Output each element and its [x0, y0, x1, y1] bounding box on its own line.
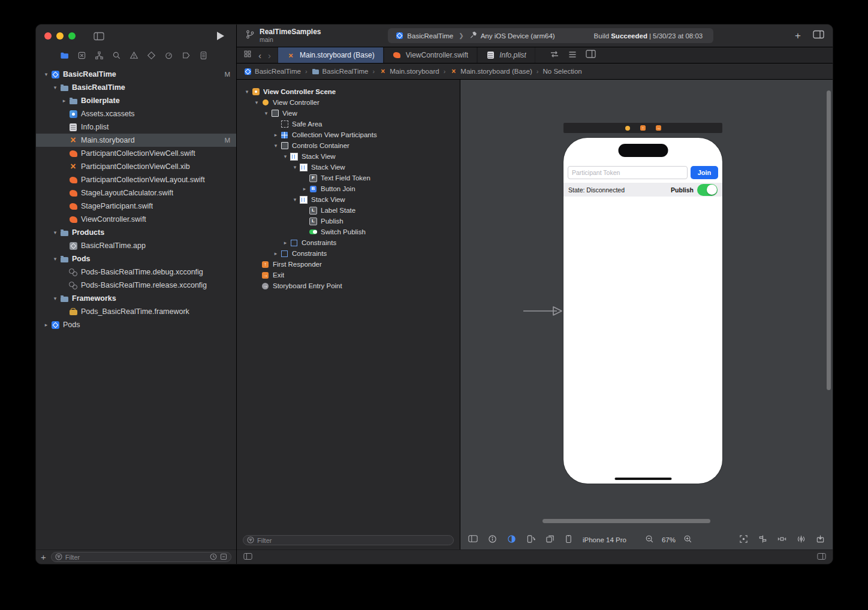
breadcrumb-item[interactable]: BasicRealTime — [244, 68, 301, 76]
disclosure-closed-icon[interactable]: ▸ — [272, 132, 280, 138]
forward-icon[interactable]: › — [268, 51, 271, 60]
zoom-in-icon[interactable] — [683, 534, 692, 546]
outline-item[interactable]: ▾View Controller — [237, 97, 460, 108]
outline-item[interactable]: ▸Constraints — [237, 248, 460, 259]
outline-filter-input[interactable] — [257, 537, 450, 544]
navigator-file-item[interactable]: ▸Boilerplate — [36, 94, 236, 107]
outline-item[interactable]: FText Field Token — [237, 173, 460, 183]
storyboard-canvas[interactable]: ↑→ Join State: Disconnected Publish — [460, 80, 833, 549]
navigator-file-item[interactable]: ParticipantCollectionViewLayout.swift — [36, 173, 236, 186]
outline-item[interactable]: ▸Constraints — [237, 237, 460, 248]
minimap-icon[interactable] — [568, 50, 577, 61]
outline-item[interactable]: Switch Publish — [237, 227, 460, 237]
orientation-icon[interactable] — [526, 534, 535, 546]
embed-icon[interactable] — [816, 534, 825, 546]
disclosure-closed-icon[interactable]: ▸ — [272, 250, 280, 256]
outline-item[interactable]: ▾Stack View — [237, 194, 460, 205]
participant-token-field[interactable] — [568, 166, 688, 179]
navigator-file-item[interactable]: Pods-BasicRealTime.release.xcconfig — [36, 279, 236, 292]
navigator-file-item[interactable]: ▾BasicRealTimeM — [36, 68, 236, 81]
navigator-file-item[interactable]: ▾BasicRealTime — [36, 81, 236, 94]
close-button[interactable] — [44, 32, 52, 40]
outline-item[interactable]: ▾Controls Container — [237, 140, 460, 151]
outline-item[interactable]: ▾Stack View — [237, 162, 460, 173]
editor-tab[interactable]: ViewController.swift — [384, 47, 477, 63]
disclosure-open-icon[interactable]: ▾ — [51, 229, 59, 235]
source-control-navigator-icon[interactable] — [77, 51, 86, 60]
toggle-outline-icon[interactable] — [468, 534, 478, 545]
vertical-scrollbar[interactable] — [827, 90, 831, 390]
issues-navigator-icon[interactable] — [129, 51, 138, 60]
disclosure-open-icon[interactable]: ▾ — [262, 110, 270, 116]
outline-item[interactable]: ↑First Responder — [237, 259, 460, 270]
navigator-file-item[interactable]: Pods_BasicRealTime.framework — [36, 305, 236, 318]
navigator-filter-input[interactable] — [65, 554, 207, 561]
zoom-button[interactable] — [68, 32, 76, 40]
outline-item[interactable]: Safe Area — [237, 119, 460, 129]
editor-tab[interactable]: ×Main.storyboard (Base) — [278, 47, 384, 63]
outline-item[interactable]: ▸BButton Join — [237, 183, 460, 194]
back-icon[interactable]: ‹ — [258, 51, 261, 60]
navigator-filter-field[interactable] — [51, 552, 231, 562]
disclosure-open-icon[interactable]: ▾ — [272, 143, 280, 149]
resolve-autolayout-icon[interactable] — [797, 534, 806, 546]
disclosure-open-icon[interactable]: ▾ — [51, 256, 59, 262]
find-navigator-icon[interactable] — [112, 51, 121, 60]
appearance-toggle-icon[interactable] — [507, 534, 516, 546]
debug-navigator-icon[interactable] — [164, 51, 173, 60]
outline-item[interactable]: ▾Stack View — [237, 151, 460, 162]
related-items-icon[interactable] — [243, 50, 252, 61]
navigator-file-item[interactable]: Pods-BasicRealTime.debug.xcconfig — [36, 265, 236, 279]
run-button[interactable] — [217, 32, 224, 40]
breadcrumb-item[interactable]: ×Main.storyboard (Base) — [450, 68, 532, 76]
navigator-file-item[interactable]: ViewController.swift — [36, 213, 236, 226]
navigator-file-item[interactable]: ▾Products — [36, 226, 236, 239]
device-info-icon[interactable] — [488, 534, 497, 546]
project-navigator-icon[interactable] — [60, 51, 69, 60]
disclosure-open-icon[interactable]: ▾ — [281, 153, 290, 159]
navigator-file-item[interactable]: ▸Pods — [36, 318, 236, 331]
add-editor-icon[interactable] — [586, 50, 596, 61]
add-constraints-icon[interactable] — [777, 534, 786, 546]
join-button[interactable]: Join — [691, 166, 718, 179]
disclosure-open-icon[interactable]: ▾ — [243, 89, 251, 95]
symbols-navigator-icon[interactable] — [95, 51, 104, 60]
editor-options-icon[interactable] — [813, 30, 824, 41]
navigator-file-item[interactable]: Assets.xcassets — [36, 107, 236, 120]
navigator-file-item[interactable]: ×ParticipantCollectionViewCell.xib — [36, 160, 236, 173]
breadcrumb-item[interactable]: No Selection — [543, 68, 582, 75]
toggle-navigator-icon[interactable] — [94, 32, 104, 41]
outline-item[interactable]: ▾View — [237, 108, 460, 119]
outline-item[interactable]: ▸Collection View Participants — [237, 129, 460, 140]
zoom-level-label[interactable]: 67% — [662, 536, 676, 543]
disclosure-open-icon[interactable]: ▾ — [252, 99, 261, 105]
toggle-right-panel-icon[interactable] — [817, 552, 826, 563]
navigator-file-item[interactable]: ParticipantCollectionViewCell.swift — [36, 147, 236, 160]
breadcrumb-item[interactable]: ×Main.storyboard — [379, 68, 439, 76]
publish-switch[interactable] — [697, 184, 718, 196]
disclosure-open-icon[interactable]: ▾ — [291, 197, 299, 203]
toggle-left-panel-icon[interactable] — [243, 552, 252, 563]
recent-files-icon[interactable] — [210, 552, 217, 563]
destination-selector[interactable]: Any iOS Device (arm64) — [464, 31, 560, 40]
navigator-file-item[interactable]: Info.plist — [36, 120, 236, 134]
scm-status[interactable]: RealTimeSamples main — [245, 28, 321, 44]
align-icon[interactable] — [758, 534, 767, 546]
minimize-button[interactable] — [56, 32, 64, 40]
variants-icon[interactable] — [545, 534, 554, 546]
device-icon[interactable] — [565, 534, 572, 546]
tests-navigator-icon[interactable] — [147, 51, 156, 60]
outline-item[interactable]: ▾View Controller Scene — [237, 86, 460, 97]
outline-item[interactable]: LLabel State — [237, 205, 460, 216]
source-control-filter-icon[interactable] — [220, 552, 227, 563]
disclosure-closed-icon[interactable]: ▸ — [281, 240, 290, 246]
navigator-file-item[interactable]: ×Main.storyboardM — [36, 134, 236, 147]
view-controller-preview[interactable]: Join State: Disconnected Publish — [563, 138, 722, 484]
navigator-file-item[interactable]: ▾Frameworks — [36, 292, 236, 305]
disclosure-open-icon[interactable]: ▾ — [42, 71, 50, 77]
disclosure-closed-icon[interactable]: ▸ — [300, 186, 309, 192]
navigator-file-item[interactable]: StageLayoutCalculator.swift — [36, 186, 236, 200]
add-file-button[interactable]: + — [41, 552, 46, 561]
outline-filter-field[interactable] — [243, 535, 454, 545]
disclosure-closed-icon[interactable]: ▸ — [42, 322, 50, 328]
